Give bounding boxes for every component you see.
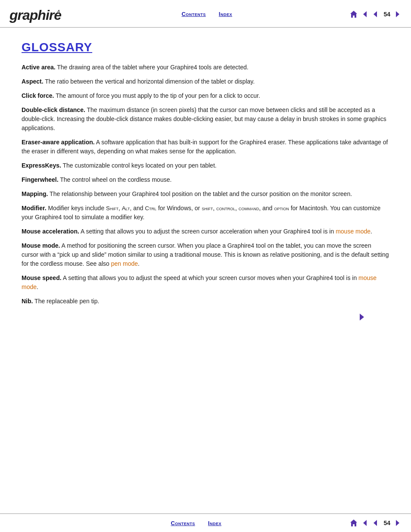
entry-term: Nib. — [22, 298, 33, 305]
next-page-icon[interactable] — [393, 9, 402, 19]
contents-link[interactable]: Contents — [181, 11, 206, 17]
main-content: GLOSSARY Active area. The drawing area o… — [0, 28, 411, 336]
entry-term: Eraser-aware application. — [22, 139, 95, 146]
entry-text-after: . — [37, 283, 38, 290]
list-item: Click force. The amount of force you mus… — [22, 91, 389, 100]
entry-term: Mouse speed. — [22, 274, 62, 281]
entry-text-after: . — [371, 228, 372, 235]
list-item: Fingerwheel. The control wheel on the co… — [22, 175, 389, 184]
list-item: Double-click distance. The maximum dista… — [22, 106, 389, 133]
svg-marker-3 — [363, 11, 367, 17]
entry-term: ExpressKeys. — [22, 162, 61, 169]
svg-marker-6 — [360, 314, 364, 320]
footer-navigation: Contents Index — [171, 520, 221, 526]
footer-page-number: 54 — [383, 520, 390, 526]
entry-term: Aspect. — [22, 78, 44, 85]
next-page-icon-content[interactable] — [356, 311, 368, 323]
footer-home-icon[interactable] — [349, 518, 358, 528]
list-item: Aspect. The ratio between the vertical a… — [22, 77, 389, 86]
entry-text: The relationship between your Graphire4 … — [50, 190, 352, 197]
list-item: Mapping. The relationship between your G… — [22, 190, 389, 199]
list-item: Mouse mode. A method for positioning the… — [22, 241, 389, 268]
back-icon[interactable] — [360, 9, 370, 19]
svg-marker-9 — [374, 520, 377, 526]
footer-prev-icon[interactable] — [371, 518, 381, 528]
footer-back-icon[interactable] — [360, 518, 370, 528]
entry-term: Click force. — [22, 92, 54, 99]
prev-page-icon[interactable] — [371, 9, 381, 19]
list-item: ExpressKeys. The customizable control ke… — [22, 161, 389, 170]
entry-text-after: . — [138, 260, 140, 267]
entry-text: The replaceable pen tip. — [34, 298, 99, 305]
entry-text: The drawing area of the tablet where you… — [57, 64, 248, 71]
header-navigation: Contents Index — [181, 11, 232, 17]
logo: graphire 4 — [9, 4, 65, 24]
svg-marker-8 — [363, 520, 367, 526]
pen-mode-link[interactable]: pen mode — [111, 260, 138, 267]
entry-term: Active area. — [22, 64, 56, 71]
entry-text: A setting that allows you to adjust the … — [63, 274, 358, 281]
next-button-area — [22, 311, 389, 323]
logo-svg: graphire 4 — [9, 4, 65, 24]
entry-term: Double-click distance. — [22, 106, 85, 113]
page-footer: Contents Index 54 — [0, 513, 411, 532]
footer-contents-link[interactable]: Contents — [171, 520, 195, 526]
entry-term: Mouse mode. — [22, 242, 60, 249]
header-controls: 54 — [349, 9, 402, 19]
footer-next-icon[interactable] — [393, 518, 402, 528]
footer-index-link[interactable]: Index — [208, 520, 221, 526]
list-item: Nib. The replaceable pen tip. — [22, 297, 389, 306]
entry-text: The customizable control keys located on… — [62, 162, 216, 169]
entry-text: Modifier keys include Shift, Alt, and Ct… — [22, 205, 380, 221]
index-link[interactable]: Index — [219, 11, 232, 17]
list-item: Mouse acceleration. A setting that allow… — [22, 227, 389, 236]
svg-marker-4 — [374, 11, 377, 17]
footer-controls: 54 — [349, 518, 402, 528]
list-item: Eraser-aware application. A software app… — [22, 138, 389, 156]
svg-marker-10 — [396, 520, 399, 526]
entry-term: Fingerwheel. — [22, 176, 59, 183]
glossary-title: GLOSSARY — [22, 40, 389, 54]
entry-text: A setting that allows you to adjust the … — [81, 228, 336, 235]
entry-text: The amount of force you must apply to th… — [56, 92, 260, 99]
home-icon[interactable] — [349, 9, 358, 19]
list-item: Modifier. Modifier keys include Shift, A… — [22, 204, 389, 222]
svg-marker-5 — [396, 11, 399, 17]
entry-text: The ratio between the vertical and horiz… — [45, 78, 255, 85]
entry-text: The control wheel on the cordless mouse. — [60, 176, 171, 183]
entry-term: Modifier. — [22, 205, 47, 212]
page-number: 54 — [383, 11, 390, 18]
svg-text:graphire: graphire — [9, 7, 61, 23]
entry-text: A method for positioning the screen curs… — [22, 242, 389, 267]
list-item: Mouse speed. A setting that allows you t… — [22, 274, 389, 292]
list-item: Active area. The drawing area of the tab… — [22, 63, 389, 72]
mouse-mode-link-1[interactable]: mouse mode — [336, 228, 371, 235]
svg-text:4: 4 — [57, 9, 60, 15]
svg-marker-2 — [350, 11, 357, 18]
svg-marker-7 — [350, 520, 357, 526]
entry-term: Mapping. — [22, 190, 48, 197]
entry-term: Mouse acceleration. — [22, 228, 79, 235]
page-header: graphire 4 Contents Index 54 — [0, 0, 411, 28]
